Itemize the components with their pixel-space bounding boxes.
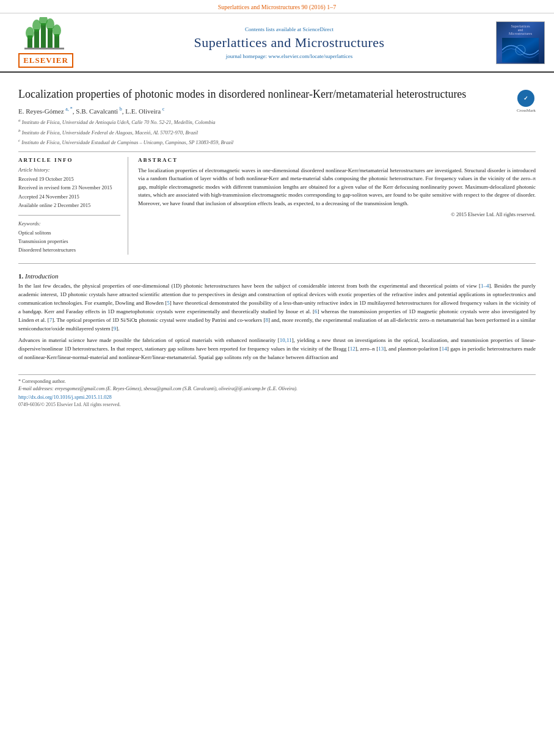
title-area: ✓ CrossMark Localization properties of p… <box>18 87 536 101</box>
info-abstract-columns: ARTICLE INFO Article history: Received 1… <box>18 157 536 255</box>
abstract-title: ABSTRACT <box>138 157 536 163</box>
separator-2 <box>18 263 536 264</box>
journal-cover-image: SuperlatticesandMicrostructures <box>496 21 545 64</box>
keyword-1: Optical solitons <box>18 228 120 237</box>
contents-line: Contents lists available at ScienceDirec… <box>92 26 487 32</box>
doi-link[interactable]: http://dx.doi.org/10.1016/j.spmi.2015.11… <box>18 394 536 400</box>
header-section: ELSEVIER Contents lists available at Sci… <box>0 13 554 73</box>
affiliations: a Instituto de Física, Universidad de An… <box>18 117 536 147</box>
cover-graphic <box>502 38 539 62</box>
page-container: Superlattices and Microstructures 90 (20… <box>0 0 554 413</box>
copyright-line: © 2015 Elsevier Ltd. All rights reserved… <box>138 211 536 217</box>
elsevier-brand: ELSEVIER <box>18 53 73 68</box>
journal-homepage: journal homepage: www.elsevier.com/locat… <box>92 53 487 59</box>
authors-line: E. Reyes-Gómez a, *, S.B. Cavalcanti b, … <box>18 106 536 115</box>
article-info-title: ARTICLE INFO <box>18 157 120 163</box>
top-bar: Superlattices and Microstructures 90 (20… <box>0 0 554 13</box>
date-received: Received 19 October 2015 <box>18 175 120 183</box>
cover-svg <box>502 38 539 62</box>
journal-ref-link[interactable]: Superlattices and Microstructures 90 (20… <box>218 4 337 10</box>
history-label: Article history: <box>18 167 120 173</box>
abstract-text: The localization properties of electroma… <box>138 167 536 208</box>
author-reyes: E. Reyes-Gómez a, * <box>18 107 73 115</box>
intro-paragraph-2: Advances in material science have made p… <box>18 336 536 362</box>
svg-rect-10 <box>24 48 64 49</box>
footer-copyright: 0749-6036/© 2015 Elsevier Ltd. All right… <box>18 402 536 407</box>
email-line: E-mail addresses: ereyesgomez@gmail.com … <box>18 386 536 391</box>
contents-text: Contents lists available at <box>245 26 301 32</box>
keywords-section: Keywords: Optical solitons Transmission … <box>18 220 120 255</box>
section-header: 1. Introduction <box>18 272 536 280</box>
abstract-col: ABSTRACT The localization properties of … <box>138 157 536 255</box>
keywords-label: Keywords: <box>18 220 120 227</box>
affiliation-b: b Instituto de Física, Universidade Fede… <box>18 128 536 137</box>
section-title-label: Introduction <box>25 272 59 280</box>
separator <box>18 151 536 152</box>
keyword-3: Disordered heterostructures <box>18 245 120 254</box>
header-center: Contents lists available at ScienceDirec… <box>86 26 493 59</box>
info-separator <box>18 215 120 216</box>
paper-title: Localization properties of photonic mode… <box>18 87 536 101</box>
svg-point-5 <box>26 27 34 39</box>
journal-title: Superlattices and Microstructures <box>92 35 487 51</box>
crossmark-badge: ✓ CrossMark <box>517 90 536 113</box>
elsevier-logo-svg <box>24 17 67 51</box>
header-right: SuperlatticesandMicrostructures <box>493 21 548 64</box>
article-body: ✓ CrossMark Localization properties of p… <box>0 73 554 413</box>
keywords-list: Optical solitons Transmission properties… <box>18 228 120 255</box>
homepage-text: journal homepage: <box>226 53 267 59</box>
header-left: ELSEVIER <box>6 17 86 68</box>
article-dates: Received 19 October 2015 Received in rev… <box>18 175 120 210</box>
sciencedirect-link[interactable]: ScienceDirect <box>303 26 333 32</box>
date-accepted: Accepted 24 November 2015 <box>18 192 120 201</box>
svg-rect-1 <box>34 29 39 48</box>
keyword-2: Transmission properties <box>18 237 120 245</box>
intro-paragraph-1: In the last few decades, the physical pr… <box>18 282 536 333</box>
svg-point-9 <box>53 24 61 37</box>
svg-rect-3 <box>48 28 53 48</box>
introduction-section: 1. Introduction In the last few decades,… <box>18 272 536 362</box>
corresponding-note: * Corresponding author. <box>18 379 536 384</box>
date-online: Available online 2 December 2015 <box>18 201 120 209</box>
section-number-label: 1. <box>18 272 23 280</box>
homepage-link[interactable]: www.elsevier.com/locate/superlattices <box>268 53 352 59</box>
svg-rect-2 <box>41 23 46 48</box>
footer-area: * Corresponding author. E-mail addresses… <box>18 374 536 407</box>
date-revised: Received in revised form 23 November 201… <box>18 183 120 192</box>
email-text: E-mail addresses: ereyesgomez@gmail.com … <box>18 386 297 391</box>
affiliation-c: c Instituto de Física, Universidade Esta… <box>18 137 536 147</box>
article-info-col: ARTICLE INFO Article history: Received 1… <box>18 157 128 255</box>
cover-title: SuperlatticesandMicrostructures <box>508 23 533 37</box>
affiliation-a: a Instituto de Física, Universidad de An… <box>18 117 536 126</box>
author-oliveira: L.E. Oliveira c <box>125 107 164 115</box>
author-cavalcanti: S.B. Cavalcanti b <box>76 107 122 115</box>
